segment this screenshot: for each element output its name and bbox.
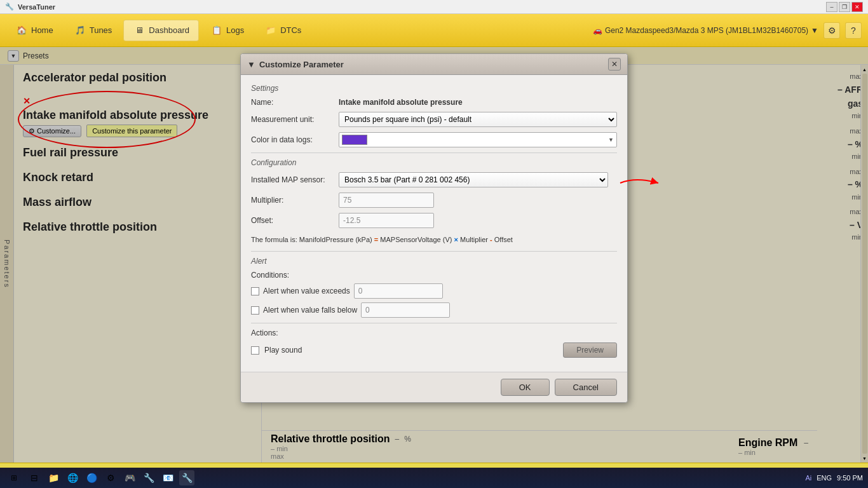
color-swatch [342,135,367,145]
name-label: Name: [251,98,334,107]
taskbar-icon-8[interactable]: 📧 [160,470,175,485]
measurement-unit-select[interactable]: Pounds per square inch (psi) - default [339,112,617,127]
dialog-close-button[interactable]: ✕ [608,58,621,71]
dialog-title-icon: ▼ [247,60,255,69]
taskbar-icon-7[interactable]: 🔧 [141,470,156,485]
nav-dashboard[interactable]: 🖥 Dashboard [123,20,199,41]
preview-button[interactable]: Preview [563,342,617,358]
close-button[interactable]: ✕ [851,2,863,12]
settings-section-title: Settings [251,84,617,93]
map-sensor-row: Installed MAP sensor: Bosch 3.5 bar (Par… [251,172,617,187]
title-bar: 🔧 VersaTuner – ❐ ✕ [0,0,868,14]
config-divider [251,251,617,252]
name-value: Intake manifold absolute pressure [339,98,463,107]
actions-label: Actions: [251,329,617,337]
app-title: 🔧 VersaTuner [5,3,55,11]
exceed-label: Alert when value exceeds [263,287,350,295]
ai-label: Ai [805,474,811,482]
settings-divider [251,152,617,153]
color-dropdown-icon: ▼ [608,137,614,143]
nav-home[interactable]: 🏠 Home [6,20,62,41]
exceed-checkbox[interactable] [251,287,259,295]
dialog-title: ▼ Customize Parameter [247,60,344,69]
nav-logs[interactable]: 📋 Logs [201,20,253,41]
app-icon: 🔧 [5,3,14,11]
multiplier-input[interactable] [339,193,434,208]
taskbar-right: Ai ENG 9:50 PM [805,474,863,482]
nav-tunes[interactable]: 🎵 Tunes [65,20,121,41]
window-controls: – ❐ ✕ [826,2,863,12]
preview-label: Preview [576,346,604,355]
help-button[interactable]: ? [845,22,862,39]
nav-dtcs[interactable]: 📁 DTCs [255,20,310,41]
measurement-unit-row: Measurement unit: Pounds per square inch… [251,112,617,127]
conditions-label: Conditions: [251,271,617,280]
dialog-footer: OK Cancel [241,372,627,402]
nav-tunes-label: Tunes [90,25,112,35]
below-alert-row: Alert when value falls below [251,302,617,318]
name-row: Name: Intake manifold absolute pressure [251,98,617,107]
multiplier-row: Multiplier: [251,193,617,208]
offset-label: Offset: [251,216,334,225]
minimize-button[interactable]: – [826,2,837,12]
logs-icon: 📋 [210,24,223,37]
play-sound-checkbox[interactable] [251,346,259,355]
map-sensor-select[interactable]: Bosch 3.5 bar (Part # 0 281 002 456) [339,172,608,187]
start-button[interactable]: ⊞ [5,470,23,485]
nav-dtcs-label: DTCs [280,25,301,35]
car-icon: 🚗 [593,26,602,35]
offset-row: Offset: [251,213,617,228]
color-row: Color in data logs: ▼ [251,132,617,147]
exceed-alert-row: Alert when value exceeds [251,283,617,299]
taskbar-icon-6[interactable]: 🎮 [122,470,137,485]
below-input[interactable] [361,302,450,318]
alert-section-title: Alert [251,257,617,266]
vehicle-dropdown-icon[interactable]: ▼ [811,26,818,35]
tunes-icon: 🎵 [74,24,86,37]
modal-overlay: ▼ Customize Parameter ✕ Settings Name: I… [0,47,868,463]
versatuner-taskbar[interactable]: 🔧 [179,470,194,485]
vehicle-label: Gen2 Mazdaspeed3/Mazda 3 MPS (JM1BL1M32B… [605,26,808,35]
map-sensor-label: Installed MAP sensor: [251,175,334,184]
actions-row: Play sound Preview [251,342,617,358]
nav-right: 🚗 Gen2 Mazdaspeed3/Mazda 3 MPS (JM1BL1M3… [593,22,862,39]
home-icon: 🏠 [15,24,28,37]
dialog-body: Settings Name: Intake manifold absolute … [241,75,627,372]
taskbar-icon-5[interactable]: ⚙ [103,470,118,485]
taskbar-time: 9:50 PM [837,474,863,482]
dialog-title-text: Customize Parameter [259,60,344,69]
color-label: Color in data logs: [251,135,334,144]
play-sound-label: Play sound [264,346,302,355]
taskbar: ⊞ ⊟ 📁 🌐 🔵 ⚙ 🎮 🔧 📧 🔧 Ai ENG 9:50 PM [0,468,868,488]
ok-button[interactable]: OK [501,379,550,396]
taskbar-icon-4[interactable]: 🔵 [84,470,99,485]
cancel-button[interactable]: Cancel [555,379,617,396]
measurement-unit-label: Measurement unit: [251,115,334,124]
multiplier-label: Multiplier: [251,196,334,205]
taskbar-icon-3[interactable]: 🌐 [65,470,80,485]
taskbar-icon-2[interactable]: 📁 [46,470,61,485]
nav-logs-label: Logs [226,25,244,35]
annotation-arrow [617,173,668,193]
restore-button[interactable]: ❐ [839,2,850,12]
nav-bar: 🏠 Home 🎵 Tunes 🖥 Dashboard 📋 Logs 📁 DTCs… [0,14,868,47]
sys-tray: ENG [817,474,832,482]
exceed-input[interactable] [354,283,443,299]
below-label: Alert when value falls below [263,306,357,315]
settings-button[interactable]: ⚙ [824,22,840,39]
below-checkbox[interactable] [251,306,259,315]
taskbar-icon-1[interactable]: ⊟ [27,470,42,485]
dtcs-icon: 📁 [264,24,277,37]
formula-text: The formula is: ManifoldPressure (kPa) =… [251,233,617,246]
nav-home-label: Home [31,25,53,35]
color-select[interactable]: ▼ [339,132,617,147]
configuration-section-title: Configuration [251,158,617,167]
dialog-titlebar: ▼ Customize Parameter ✕ [241,54,627,75]
alert-divider [251,323,617,323]
nav-dashboard-label: Dashboard [149,25,189,35]
start-icon: ⊞ [11,473,17,482]
offset-input[interactable] [339,213,434,228]
vehicle-info: 🚗 Gen2 Mazdaspeed3/Mazda 3 MPS (JM1BL1M3… [593,26,818,35]
dashboard-icon: 🖥 [133,24,146,37]
customize-dialog: ▼ Customize Parameter ✕ Settings Name: I… [240,53,628,403]
